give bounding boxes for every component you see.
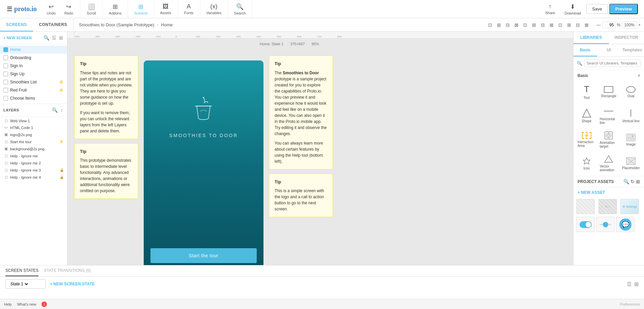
- tab-containers[interactable]: CONTAINERS: [33, 18, 73, 31]
- refresh-assets-icon[interactable]: ↻: [631, 179, 635, 184]
- zoom-value-input[interactable]: [602, 22, 616, 28]
- placeholder-icon: [626, 157, 636, 165]
- new-screen-state-button[interactable]: + NEW SCREEN STATE: [50, 282, 95, 286]
- layer-item-background[interactable]: ▣ background@2x.png: [0, 145, 67, 152]
- slider-widget[interactable]: [596, 217, 615, 232]
- screen-item-sign-up[interactable]: Sign Up: [0, 70, 67, 78]
- grid-state-icon[interactable]: ⊞: [634, 281, 639, 287]
- layer-item-logo-2x[interactable]: ▣ logo@2x.png: [0, 131, 67, 138]
- addons-button[interactable]: ⊞ Addons: [106, 2, 125, 17]
- layer-item-start-tour[interactable]: ◻ Start the tour ⚡: [0, 138, 67, 145]
- search-layers-icon[interactable]: 🔍: [51, 107, 59, 113]
- basic-item-vline[interactable]: Vertical line: [620, 104, 641, 127]
- basic-item-interaction[interactable]: ⚡ Interaction Area: [576, 129, 597, 151]
- search-assets-icon[interactable]: 🔍: [623, 179, 629, 184]
- basic-item-animation-target[interactable]: Animation target: [598, 129, 619, 151]
- assets-button[interactable]: 🖼 Assets: [157, 2, 175, 16]
- scroll-button[interactable]: ⬜ Scroll: [83, 2, 100, 17]
- layer-item-help-3[interactable]: ◻ Help - Ignore me 3 🔒: [0, 166, 67, 174]
- tab-basic[interactable]: Basic: [573, 44, 597, 56]
- redo-button[interactable]: ↪ Redo: [60, 2, 77, 17]
- align-tool-1[interactable]: ⊡: [486, 21, 494, 29]
- search-screens-icon[interactable]: 🔍: [43, 34, 50, 41]
- whats-new-link[interactable]: What's new: [17, 302, 36, 306]
- layer-item-help-1[interactable]: ◻ Help - Ignore me: [0, 152, 67, 159]
- align-tool-4[interactable]: ⊠: [512, 21, 521, 29]
- align-tool-8[interactable]: ⊠: [548, 21, 556, 29]
- basic-item-oval[interactable]: Oval: [620, 81, 641, 102]
- library-search-input[interactable]: [584, 59, 641, 67]
- basic-item-text[interactable]: T Text: [576, 81, 597, 102]
- screens-button[interactable]: ⊞ Screens: [131, 2, 151, 17]
- toggle-widget[interactable]: [576, 217, 595, 232]
- align-tool-3[interactable]: ⊟: [504, 21, 512, 29]
- list-state-icon[interactable]: ☰: [627, 281, 632, 287]
- toggle-knob: [586, 222, 591, 227]
- align-tool-10[interactable]: ⊞: [565, 21, 573, 29]
- align-tool-9[interactable]: ⊡: [556, 21, 564, 29]
- basic-item-shape[interactable]: Shape: [576, 104, 597, 127]
- preview-button[interactable]: Preview: [609, 4, 638, 14]
- start-tour-button[interactable]: Start the tour: [150, 248, 257, 263]
- hamburger-icon[interactable]: ☰: [7, 5, 12, 13]
- screen-item-home[interactable]: Home: [0, 46, 67, 54]
- help-link[interactable]: Help: [4, 302, 12, 306]
- canvas-content: Home: State 1 375×667 95% Tip These tips…: [67, 38, 573, 265]
- search-button[interactable]: 🔍 Search: [231, 2, 249, 17]
- preferences-link[interactable]: Preferences: [620, 302, 640, 306]
- align-tool-2[interactable]: ⊞: [495, 21, 503, 29]
- undo-button[interactable]: ↩ Undo: [43, 2, 60, 17]
- align-tool-5[interactable]: ⊡: [521, 21, 529, 29]
- tab-inspector[interactable]: INSPECTOR: [609, 32, 644, 44]
- basic-item-rectangle[interactable]: Rectangle: [598, 81, 619, 102]
- asset-item-2[interactable]: m...: [598, 199, 617, 214]
- redo-icon: ↪: [66, 3, 71, 10]
- basic-item-vector-animation[interactable]: Vector animation: [598, 152, 619, 175]
- tab-libraries[interactable]: LIBRARIES: [573, 32, 609, 44]
- basic-item-placeholder[interactable]: Placeholder: [620, 152, 641, 175]
- align-tool-7[interactable]: ⊟: [539, 21, 547, 29]
- collapse-icon[interactable]: ▾: [638, 73, 640, 78]
- list-view-icon[interactable]: ☰: [51, 34, 57, 41]
- logo[interactable]: ☰ proto.io: [3, 5, 40, 13]
- layer-item-web-view-1[interactable]: ◻ Web View 1: [0, 117, 67, 124]
- screen-list: Home Onboarding Sign In Sign Up Smoothie…: [0, 44, 67, 104]
- align-tool-11[interactable]: ⊟: [574, 21, 582, 29]
- state-dropdown[interactable]: State 1: [9, 281, 29, 287]
- basic-item-hline[interactable]: Horizontal line: [598, 104, 619, 127]
- grid-view-icon[interactable]: ⊞: [58, 34, 64, 41]
- new-asset-button[interactable]: + NEW ASSET: [573, 187, 644, 198]
- tab-state-transitions[interactable]: STATE TRANSITIONS (0): [44, 265, 91, 276]
- new-screen-button[interactable]: + NEW SCREEN: [3, 36, 41, 40]
- align-tool-6[interactable]: ⊞: [530, 21, 538, 29]
- layer-item-html-code-1[interactable]: <> HTML Code 1: [0, 124, 67, 131]
- asset-item-settings[interactable]: ⚙ Settings: [620, 199, 639, 214]
- settings-assets-icon[interactable]: ⊞: [636, 179, 640, 184]
- tab-templates[interactable]: Templates: [620, 44, 644, 56]
- layer-item-help-4[interactable]: ◻ Help - Ignore me 4 🔒: [0, 174, 67, 181]
- share-button[interactable]: ↑ Share: [541, 2, 559, 16]
- tab-screen-states[interactable]: SCREEN STATES: [5, 265, 38, 276]
- screen-item-smoothies-list[interactable]: Smoothies List ⚡: [0, 78, 67, 86]
- screen-item-onboarding[interactable]: Onboarding: [0, 54, 67, 62]
- zoom-out-icon[interactable]: —: [597, 23, 601, 27]
- zoom-plus-icon[interactable]: +: [638, 23, 641, 27]
- align-tool-12[interactable]: ⊠: [583, 21, 591, 29]
- asset-item-1[interactable]: [576, 199, 595, 214]
- basic-item-icon[interactable]: Icon: [576, 152, 597, 175]
- save-button[interactable]: Save: [586, 4, 608, 14]
- tab-ui[interactable]: UI: [597, 44, 621, 56]
- tab-screens[interactable]: SCREENS: [0, 18, 33, 31]
- screen-item-choose-items[interactable]: Choose Items: [0, 94, 67, 102]
- download-button[interactable]: ⬇ Download: [560, 2, 585, 17]
- basic-item-image[interactable]: Image: [620, 129, 641, 151]
- chat-widget[interactable]: 💬: [616, 217, 635, 232]
- canvas-area[interactable]: -500 -400 -300 -200 -100 0 100 200 300 4…: [67, 32, 573, 265]
- layer-item-help-2[interactable]: ◻ Help - Ignore me 2: [0, 159, 67, 166]
- state-select[interactable]: State 1: [5, 279, 46, 289]
- fonts-button[interactable]: A Fonts: [180, 2, 197, 16]
- sort-layers-icon[interactable]: ↕: [60, 107, 64, 113]
- screen-item-red-fruit[interactable]: Red Fruit ⚡: [0, 86, 67, 94]
- variables-button[interactable]: (x) Variables: [203, 2, 225, 16]
- screen-item-sign-in[interactable]: Sign In: [0, 62, 67, 70]
